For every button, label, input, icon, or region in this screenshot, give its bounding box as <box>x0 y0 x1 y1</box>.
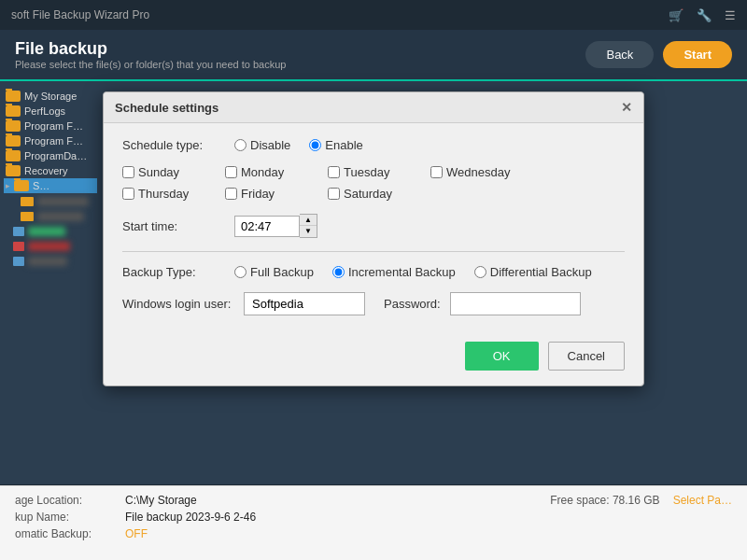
thursday-label: Thursday <box>138 187 189 201</box>
days-section: Sunday Monday Tuesday Wednesday <box>122 165 625 201</box>
dialog-overlay: Schedule settings ✕ Schedule type: Disab… <box>0 82 747 485</box>
app-title: soft File Backup Wizard Pro <box>11 8 149 21</box>
tuesday-label: Tuesday <box>344 165 389 179</box>
status-row-location: age Location: C:\My Storage Free space: … <box>15 494 732 507</box>
cancel-button[interactable]: Cancel <box>548 342 625 371</box>
full-backup-label: Full Backup <box>250 265 314 279</box>
backup-name-label: kup Name: <box>15 511 118 524</box>
time-spinner: ▲ ▼ <box>300 214 317 238</box>
time-input-wrap: ▲ ▼ <box>234 214 317 238</box>
password-label: Password: <box>384 297 441 311</box>
header-buttons: Back Start <box>585 41 732 68</box>
disable-radio[interactable] <box>234 139 247 151</box>
titlebar-icons: 🛒 🔧 ☰ <box>669 8 736 22</box>
login-row: Windows login user: Password: <box>122 292 625 315</box>
wednesday-checkbox[interactable] <box>430 166 443 178</box>
monday-checkbox[interactable] <box>225 166 237 178</box>
incremental-backup-label: Incremental Backup <box>348 265 456 279</box>
full-backup-radio[interactable] <box>234 266 247 278</box>
disable-option[interactable]: Disable <box>234 138 290 152</box>
schedule-type-row: Schedule type: Disable Enable <box>122 138 625 152</box>
dialog-body: Schedule type: Disable Enable <box>104 123 643 330</box>
start-time-input[interactable] <box>234 216 300 237</box>
time-up-button[interactable]: ▲ <box>300 215 317 226</box>
enable-label: Enable <box>325 138 362 152</box>
days-row-1: Sunday Monday Tuesday Wednesday <box>122 165 625 179</box>
schedule-type-options: Disable Enable <box>234 138 363 152</box>
backup-name-value: File backup 2023-9-6 2-46 <box>125 511 256 524</box>
location-label: age Location: <box>15 494 118 507</box>
differential-backup-option[interactable]: Differential Backup <box>474 265 592 279</box>
dialog-title: Schedule settings <box>115 101 218 115</box>
tuesday-option[interactable]: Tuesday <box>328 165 430 179</box>
free-space-label: Free space: 78.16 GB <box>550 494 659 507</box>
titlebar: soft File Backup Wizard Pro 🛒 🔧 ☰ <box>0 0 747 30</box>
wrench-icon[interactable]: 🔧 <box>697 8 712 22</box>
differential-backup-label: Differential Backup <box>490 265 592 279</box>
sunday-checkbox[interactable] <box>122 166 134 178</box>
backup-type-row: Backup Type: Full Backup Incremental Bac… <box>122 265 625 279</box>
incremental-backup-radio[interactable] <box>332 266 345 278</box>
enable-option[interactable]: Enable <box>309 138 362 152</box>
page-header: File backup Please select the file(s) or… <box>0 30 747 81</box>
select-path-link[interactable]: Select Pa… <box>673 494 732 507</box>
auto-backup-value[interactable]: OFF <box>125 527 148 540</box>
friday-label: Friday <box>241 187 275 201</box>
saturday-label: Saturday <box>344 187 392 201</box>
status-row-auto-backup: omatic Backup: OFF <box>15 527 732 540</box>
monday-label: Monday <box>241 165 284 179</box>
start-time-row: Start time: ▲ ▼ <box>122 214 625 238</box>
wednesday-label: Wednesday <box>446 165 510 179</box>
location-value: C:\My Storage <box>125 494 197 507</box>
login-label: Windows login user: <box>122 297 234 311</box>
page-title: File backup <box>15 39 286 59</box>
start-time-label: Start time: <box>122 219 234 233</box>
time-down-button[interactable]: ▼ <box>300 226 317 237</box>
dialog-footer: OK Cancel <box>104 330 643 385</box>
ok-button[interactable]: OK <box>465 342 539 371</box>
thursday-checkbox[interactable] <box>122 188 134 200</box>
statusbar: age Location: C:\My Storage Free space: … <box>0 485 747 560</box>
friday-option[interactable]: Friday <box>225 187 328 201</box>
close-button[interactable]: ✕ <box>621 100 632 115</box>
app-title-text: soft File Backup Wizard Pro <box>11 8 149 21</box>
days-row-2: Thursday Friday Saturday <box>122 187 625 201</box>
incremental-backup-option[interactable]: Incremental Backup <box>332 265 456 279</box>
saturday-checkbox[interactable] <box>328 188 340 200</box>
enable-radio[interactable] <box>309 139 321 151</box>
disable-label: Disable <box>250 138 290 152</box>
saturday-option[interactable]: Saturday <box>328 187 430 201</box>
start-button[interactable]: Start <box>663 41 732 68</box>
backup-type-options: Full Backup Incremental Backup Different… <box>234 265 592 279</box>
divider <box>122 251 625 252</box>
schedule-settings-dialog: Schedule settings ✕ Schedule type: Disab… <box>103 91 644 386</box>
page-subtitle: Please select the file(s) or folder(s) t… <box>15 59 286 70</box>
password-input[interactable] <box>450 292 581 315</box>
monday-option[interactable]: Monday <box>225 165 328 179</box>
auto-backup-label: omatic Backup: <box>15 527 118 540</box>
back-button[interactable]: Back <box>585 41 654 68</box>
status-row-backup-name: kup Name: File backup 2023-9-6 2-46 <box>15 511 732 524</box>
schedule-type-label: Schedule type: <box>122 138 234 152</box>
dialog-header: Schedule settings ✕ <box>104 92 643 123</box>
friday-checkbox[interactable] <box>225 188 237 200</box>
full-backup-option[interactable]: Full Backup <box>234 265 314 279</box>
thursday-option[interactable]: Thursday <box>122 187 225 201</box>
login-input[interactable] <box>244 292 365 315</box>
sunday-option[interactable]: Sunday <box>122 165 225 179</box>
menu-icon[interactable]: ☰ <box>725 8 736 22</box>
backup-type-label: Backup Type: <box>122 265 234 279</box>
tuesday-checkbox[interactable] <box>328 166 340 178</box>
sunday-label: Sunday <box>138 165 179 179</box>
wednesday-option[interactable]: Wednesday <box>430 165 533 179</box>
cart-icon[interactable]: 🛒 <box>669 8 684 22</box>
differential-backup-radio[interactable] <box>474 266 486 278</box>
header-title-block: File backup Please select the file(s) or… <box>15 39 286 70</box>
